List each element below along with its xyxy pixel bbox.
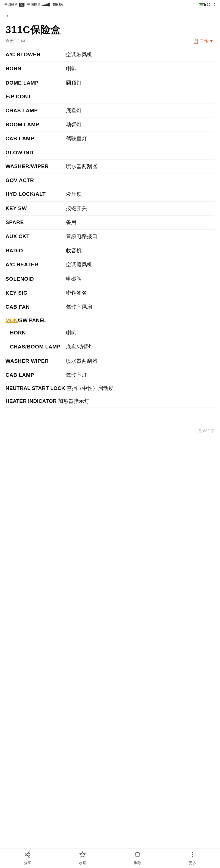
entry-key: GOV ACTR xyxy=(5,177,66,185)
entry-key: BOOM LAMP xyxy=(5,121,66,129)
entry-value: 空调暖风机 xyxy=(66,260,215,269)
table-row: KEY SW按键开关 xyxy=(5,202,215,216)
work-tag[interactable]: 📋 工作 ▼ xyxy=(193,38,213,44)
more-icon xyxy=(189,851,196,860)
entry-value: 液压锁 xyxy=(66,190,215,198)
favorite-label: 收藏 xyxy=(79,861,86,866)
subtitle-row: 今天 12:44 📋 工作 ▼ xyxy=(5,38,215,44)
svg-line-4 xyxy=(27,853,29,854)
block-value: 加热器指示灯 xyxy=(58,398,89,404)
nav-more[interactable]: 更多 xyxy=(189,851,196,866)
svg-point-0 xyxy=(28,852,30,854)
entry-value: 密钥签名 xyxy=(66,289,215,297)
entry-key: HYD LOCK/ALT xyxy=(5,190,66,198)
mon-link[interactable]: MON xyxy=(5,317,18,323)
share-label: 分享 xyxy=(24,861,31,866)
table-row: A/C HEATER空调暖风机 xyxy=(5,258,215,272)
table-row: BOOM LAMP动臂灯 xyxy=(5,118,215,132)
more-label: 更多 xyxy=(189,861,196,866)
table-row: HYD LOCK/ALT液压锁 xyxy=(5,187,215,201)
entry-key: SOLENOID xyxy=(5,275,66,283)
work-label: 工作 xyxy=(200,38,208,44)
table-row: CHAS LAMP底盘灯 xyxy=(5,104,215,118)
entry-key: CAB LAMP xyxy=(5,135,66,143)
entries-list: A/C BLOWER空调鼓风机HORN喇叭DOME LAMP圆顶灯E/P CON… xyxy=(5,48,215,314)
block-entries-list: NEUTRAL START LOCK 空挡（中性）启动锁HEATER INDIC… xyxy=(5,382,215,408)
header: ← xyxy=(0,8,220,22)
svg-marker-5 xyxy=(80,852,85,857)
entry-value: 驾驶室灯 xyxy=(66,134,215,143)
nav-share[interactable]: 分享 xyxy=(24,851,31,866)
entry-key: A/C HEATER xyxy=(5,261,66,269)
entry-key: HORN xyxy=(5,65,66,73)
table-row: KEY SIG密钥签名 xyxy=(5,286,215,300)
table-row: GLOW IND xyxy=(5,146,215,160)
chevron-down-icon: ▼ xyxy=(209,39,213,43)
edit-date: 今天 12:44 xyxy=(5,38,25,44)
nav-favorite[interactable]: 收藏 xyxy=(79,851,86,866)
table-row: CHAS/BOOM LAMP底盘/动臂灯 xyxy=(5,340,215,354)
status-bar: 中国移动 4G 中国移动 ▂▄▆█ 459 B/s 12:46 xyxy=(0,0,220,8)
table-row: SPARE备用 xyxy=(5,216,215,229)
share-icon xyxy=(24,851,31,860)
battery-icon xyxy=(199,3,205,6)
star-icon xyxy=(79,851,86,860)
sw-panel-label: /SW PANEL xyxy=(18,317,46,323)
table-row: AUX CKT音频电路接口 xyxy=(5,229,215,244)
entry-key: AUX CKT xyxy=(5,232,66,241)
svg-point-7 xyxy=(192,854,193,855)
svg-point-6 xyxy=(192,852,193,853)
table-row: CAB FAN驾驶室风扇 xyxy=(5,300,215,314)
entry-key: RADIO xyxy=(5,247,66,255)
bottom-nav: 分享 收藏 删除 更多 xyxy=(0,848,220,868)
back-button[interactable]: ← xyxy=(5,11,14,21)
entry-value: 圆顶灯 xyxy=(66,79,215,87)
carrier2-label: 中国移动 xyxy=(27,2,40,7)
table-row: SOLENOID电磁阀 xyxy=(5,272,215,286)
entry-value: 音频电路接口 xyxy=(66,232,215,241)
nav-delete[interactable]: 删除 xyxy=(134,851,141,866)
table-row: E/P CONT xyxy=(5,90,215,104)
block-key: NEUTRAL START LOCK xyxy=(5,385,66,391)
entry-key: CAB FAN xyxy=(5,303,66,311)
table-row: CAB LAMP驾驶室灯 xyxy=(5,368,215,382)
system-status: 12:46 xyxy=(199,2,216,7)
download-speed: 459 B/s xyxy=(52,3,63,7)
signal-bars-icon: ▂▄▆█ xyxy=(42,3,50,6)
entry-key: A/C BLOWER xyxy=(5,51,66,59)
entry-value: 驾驶室灯 xyxy=(66,371,215,379)
table-row: WASHER/WIPER喷水器两刮器 xyxy=(5,159,215,174)
entry-key: E/P CONT xyxy=(5,93,66,101)
entry-key: SPARE xyxy=(5,219,66,226)
entry-value: 驾驶室风扇 xyxy=(66,303,215,311)
table-row: HORN喇叭 xyxy=(5,326,215,340)
time-display: 12:46 xyxy=(207,2,216,7)
block-entry: NEUTRAL START LOCK 空挡（中性）启动锁 xyxy=(5,382,215,395)
entry-value: 动臂灯 xyxy=(66,121,215,129)
table-row: DOME LAMP圆顶灯 xyxy=(5,76,215,90)
entry-key: GLOW IND xyxy=(5,149,66,157)
entry-value: 底盘/动臂灯 xyxy=(66,343,215,351)
svg-line-3 xyxy=(27,855,29,856)
entry-key: WASHER WIPER xyxy=(5,357,66,365)
word-count: 共 639 字 xyxy=(0,424,220,436)
entry-key: CHAS LAMP xyxy=(5,107,66,115)
entry-key: KEY SIG xyxy=(5,289,66,297)
svg-point-2 xyxy=(28,856,30,857)
table-row: HORN喇叭 xyxy=(5,62,215,76)
table-row: RADIO收音机 xyxy=(5,244,215,258)
entry-value: 备用 xyxy=(66,218,215,226)
svg-point-8 xyxy=(192,856,193,857)
entry-value: 空调鼓风机 xyxy=(66,51,215,59)
entry-key: HORN xyxy=(5,329,66,337)
entry-key: WASHER/WIPER xyxy=(5,162,66,170)
trash-icon xyxy=(134,851,141,860)
entry-value: 底盘灯 xyxy=(66,106,215,115)
block-key: HEATER INDICATOR xyxy=(5,398,58,404)
title-area: 311C保险盒 今天 12:44 📋 工作 ▼ xyxy=(0,22,220,44)
page-title: 311C保险盒 xyxy=(5,23,215,37)
table-row: A/C BLOWER空调鼓风机 xyxy=(5,48,215,62)
section-header-row: MON/SW PANEL xyxy=(5,314,215,326)
entry-value: 按键开关 xyxy=(66,204,215,213)
entry-key: KEY SW xyxy=(5,205,66,213)
